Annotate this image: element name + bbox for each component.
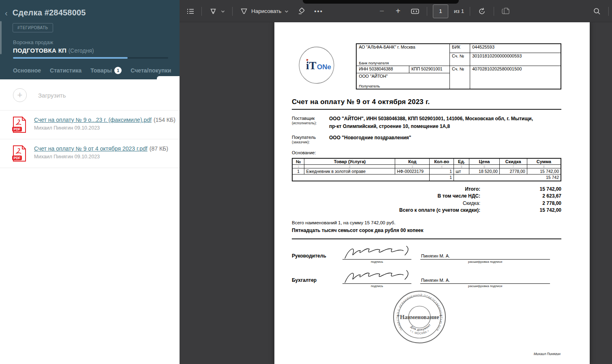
svg-text:PDF: PDF [14, 127, 21, 131]
divider [494, 7, 494, 16]
supplier-label: Поставщик [292, 115, 329, 121]
items-table: № Товар (Услуга) Код Кол-во Ед. Цена Ски… [292, 158, 561, 181]
svg-text:PDF: PDF [14, 156, 21, 160]
fit-width-icon[interactable] [409, 5, 421, 18]
divider [292, 109, 561, 110]
bik-value: 044525593 [470, 44, 561, 53]
file-meta: Михаил Пинягин 09.10.2023 [34, 125, 175, 131]
item-row: 1 Ежедневник в золотой оправе НФ-0002317… [292, 168, 561, 175]
buyer-sublabel: (заказчик): [292, 140, 329, 145]
back-button[interactable]: ‹ [4, 9, 9, 17]
pdf-document-area[interactable]: iT ONe АО "АЛЬФА-БАНК" г. Москва Банк по… [180, 23, 612, 364]
supplier-value: ООО "АЙТОН", ИНН 5038046388, КПП 5029010… [329, 115, 533, 130]
file-row: PDF Счет на оплату № 9 от 4 октября 2023… [0, 139, 180, 168]
discount-value: 2 778,00 [480, 200, 561, 207]
inn-value: ИНН 5038046388 [356, 66, 409, 73]
highlighter-button[interactable] [208, 5, 227, 18]
stage-time: (Сегодня) [68, 47, 94, 54]
basis-label: Основание: [292, 150, 561, 155]
stage-progress-bar[interactable] [13, 57, 168, 59]
document-author: Михаил Пинягин [292, 352, 561, 356]
search-icon[interactable] [591, 5, 603, 18]
grand-total-value: 15 742,00 [480, 207, 561, 214]
vat-label: В том числе НДС: [292, 193, 480, 200]
crm-deal-panel: ‹ Сделка #28458005 #ТЕГИРОВАТЬ Воронка п… [0, 0, 180, 364]
deal-tabs: Основное Статистика Товары 1 Счета/покуп… [13, 67, 200, 74]
svg-text:ОБЩЕСТВО С ОГРАНИЧЕННОЙ ОТВЕТС: ОБЩЕСТВО С ОГРАНИЧЕННОЙ ОТВЕТСТВЕННОСТЬЮ… [396, 293, 443, 332]
files-tab-content: + Загрузить PDF Счет на оплату № 9 [0, 79, 180, 364]
vat-value: 2 623,67 [480, 193, 561, 200]
invoice-title: Счет на оплату № 9 от 4 октября 2023 г. [292, 98, 561, 106]
bik-label: БИК [449, 44, 470, 53]
file-size: (87 КБ) [150, 145, 168, 152]
name-caption: расшифровка подписи [420, 284, 550, 288]
signature-row: Бухгалтер подпись Пинягин М. А. расшифро… [292, 269, 561, 288]
role-label: Бухгалтер [292, 277, 342, 288]
org-name: ООО "АЙТОН" [359, 74, 447, 79]
page-count-label: из 1 [454, 8, 464, 14]
supplier-sublabel: (исполнитель): [292, 121, 329, 126]
stage-progress-fill [13, 57, 128, 59]
rotate-icon[interactable] [476, 5, 488, 18]
corr-account-value: 30101810200000000593 [470, 53, 561, 66]
total-value: 15 742,00 [480, 186, 561, 193]
page-view-icon[interactable] [500, 5, 512, 18]
stage-name[interactable]: ПОДГОТОВКА КП [13, 47, 66, 54]
top-window-bar [303, 0, 459, 4]
file-link[interactable]: Счет на оплату № 9 о...23 г. (факсимиле)… [34, 117, 152, 123]
upload-button[interactable]: + Загрузить [0, 79, 180, 110]
divider [427, 7, 427, 16]
account-label: Сч. № [449, 66, 470, 89]
bank-name: АО "АЛЬФА-БАНК" г. Москва [359, 45, 447, 49]
items-footer-row: 1 15 742 [292, 175, 561, 181]
pdf-viewer-panel: Нарисовать ••• − + [180, 0, 612, 364]
buyer-value: ООО "Новогодние поздравления" [329, 134, 411, 145]
org-caption: Получатель [359, 84, 380, 88]
company-logo: iT ONe [292, 43, 356, 89]
pdf-file-icon: PDF [12, 116, 27, 133]
file-size: (154 КБ) [154, 117, 175, 123]
tab-products[interactable]: Товары 1 [90, 67, 122, 74]
company-stamp: ОБЩЕСТВО С ОГРАНИЧЕННОЙ ОТВЕТСТВЕННОСТЬЮ… [391, 289, 448, 345]
divider [608, 7, 609, 16]
signature-line [342, 245, 411, 260]
products-count-badge: 1 [114, 67, 122, 74]
corr-account-label: Сч. № [449, 53, 470, 66]
tab-main[interactable]: Основное [13, 67, 41, 74]
tab-statistics[interactable]: Статистика [50, 67, 81, 74]
svg-text:iT: iT [306, 60, 317, 72]
signature-row: Руководитель подпись Пинягин М. А. расши… [292, 245, 561, 264]
tab-invoices[interactable]: Счета/покупки [131, 67, 171, 74]
grand-total-label: Всего к оплате (с учетом скидки): [292, 207, 480, 214]
page-number-input[interactable] [433, 4, 448, 18]
divider [0, 168, 180, 168]
zoom-out-icon[interactable]: − [377, 5, 387, 18]
eraser-icon[interactable] [296, 5, 307, 18]
role-label: Руководитель [292, 253, 342, 264]
divider [292, 238, 561, 239]
zoom-in-icon[interactable]: + [393, 5, 403, 18]
name-caption: расшифровка подписи [420, 260, 550, 264]
draw-button[interactable]: Нарисовать [238, 5, 290, 18]
bank-caption: Банк получателя [359, 61, 389, 65]
total-label: Итого: [292, 186, 480, 193]
tag-button[interactable]: #ТЕГИРОВАТЬ [13, 23, 53, 32]
column-numbers-row: 1 2 3 4 5 6 7 8 [292, 165, 561, 168]
signer-name: Пинягин М. А. [420, 276, 550, 284]
file-meta: Михаил Пинягин 09.10.2023 [34, 154, 168, 160]
more-icon[interactable]: ••• [313, 5, 324, 18]
divider [201, 7, 202, 16]
summary-line: Всего наименований 1, на сумму 15 742,00… [292, 220, 561, 225]
invoice-page: iT ONe АО "АЛЬФА-БАНК" г. Москва Банк по… [274, 22, 590, 364]
discount-label: Скидка: [292, 200, 480, 207]
outline-icon[interactable] [185, 5, 196, 18]
file-link[interactable]: Счет на оплату № 9 от 4 октября 2023 г.p… [34, 145, 148, 152]
bank-details-table: АО "АЛЬФА-БАНК" г. Москва Банк получател… [356, 43, 561, 89]
buyer-label: Покупатель [292, 134, 329, 140]
divider [232, 7, 233, 16]
tab-products-label: Товары [90, 67, 112, 74]
account-value: 40702810202580001500 [470, 66, 561, 89]
scrollbar-thumb[interactable] [0, 21, 2, 54]
pdf-file-icon: PDF [12, 145, 27, 162]
chevron-down-icon [284, 9, 289, 14]
